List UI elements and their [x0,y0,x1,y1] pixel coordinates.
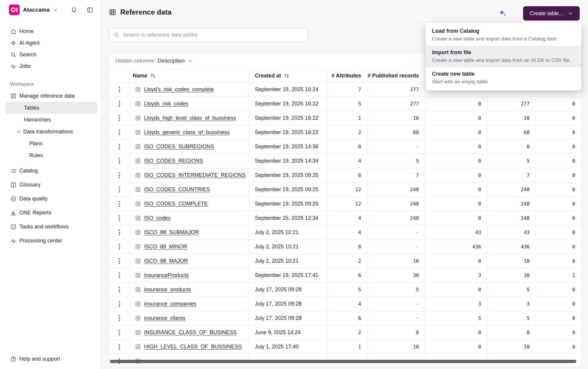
cell-hidden-2: 5 [487,311,536,325]
menu-item-load-from-catalog[interactable]: Load from Catalog Create a new table and… [425,24,581,46]
cell-hidden-1: 0 [425,211,487,225]
sidebar-item-jobs[interactable]: Jobs [0,60,101,72]
header-cell-name[interactable]: Name [130,69,249,82]
cell-published-records: - [367,140,425,154]
create-table-button[interactable]: Create table... [523,6,580,21]
chevron-down-icon[interactable] [188,58,193,63]
table-name-link[interactable]: Lloyds_risk_codes [144,101,188,107]
kebab-icon [117,270,122,280]
table-name-link[interactable]: insurance_companies [144,301,196,307]
sidebar-item-help-and-support[interactable]: Help and support [0,353,101,365]
sidebar-item-label: Hierarchies [24,117,51,123]
menu-item-create-new-table[interactable]: Create new table Start with an empty tab… [425,67,581,89]
table-name-link[interactable]: InsuranceProducts [144,272,189,278]
sidebar-item-rules[interactable]: Rules [0,150,101,161]
cell-hidden-2: 0 [487,140,536,154]
row-menu-button[interactable] [109,140,130,154]
cell-attributes: 6 [327,168,367,182]
bell-icon[interactable] [71,7,77,13]
table-name-link[interactable]: insurance_products [144,287,191,293]
column-header-label: Created at [255,73,281,79]
table-name-link[interactable]: ISCO_88_SUBMAJOR [144,229,199,236]
cell-name: insurance_companies [130,297,249,311]
sidebar-item-data-transformations[interactable]: Data transformations [0,126,101,138]
cell-created-at: September 19, 2025 14:34 [249,154,327,168]
sidebar-item-catalog[interactable]: Catalog [0,164,101,178]
sidebar-item-label: Plans [29,141,43,147]
sidebar-item-tables[interactable]: Tables [5,102,97,114]
row-menu-button[interactable] [109,97,130,111]
menu-item-import-from-file[interactable]: Import from file Create a new table and … [425,46,581,67]
row-menu-button[interactable] [109,225,130,239]
row-menu-button[interactable] [109,326,130,340]
horizontal-scrollbar[interactable] [110,360,576,363]
sidebar-item-data-quality[interactable]: Data quality [0,192,101,206]
table-name-link[interactable]: Lloyd's_risk_codes_complete [144,86,214,93]
sidebar-item-home[interactable]: Home [0,26,101,37]
cell-hidden-3: 0 [536,240,581,254]
row-menu-button[interactable] [109,311,130,325]
cell-name: INSURANCE_CLASS_OF_BUSINESS [130,326,249,340]
table-name-link[interactable]: ISO_CODES_COMPLETE [144,201,208,207]
sidebar-item-manage-reference-data[interactable]: Manage reference data [0,90,101,102]
table-name-link[interactable]: ISO_CODES_REGIONS [144,158,203,164]
row-menu-button[interactable] [109,283,130,297]
table-name-link[interactable]: Lloyds_generic_class_of_bussiness [144,129,230,136]
row-menu-button[interactable] [109,297,130,311]
row-menu-button[interactable] [109,240,130,254]
cell-attributes: 1 [327,111,367,125]
header-cell-created-at[interactable]: Created at [249,69,327,82]
table-name-link[interactable]: ISO_CODES_SUBREGIONS [144,144,214,150]
sidebar-item-plans[interactable]: Plans [0,138,101,150]
cell-published-records: 277 [367,97,425,111]
row-menu-button[interactable] [109,340,130,354]
search-input[interactable] [122,32,304,38]
table-name-link[interactable]: HIGH_LEVEL_CLASS_OF_BUSSINESS [144,344,242,350]
row-menu-button[interactable] [109,183,130,197]
table-name-link[interactable]: INSURANCE_CLASS_OF_BUSINESS [144,329,237,336]
cell-created-at: September 19, 2025 17:41 [249,268,327,282]
ai-sparkle-icon[interactable] [498,9,506,17]
table-name-link[interactable]: ISO_codes [144,215,171,221]
sidebar-item-hierarchies[interactable]: Hierarchies [0,114,101,126]
sparkle-icon [10,40,17,46]
row-menu-button[interactable] [109,211,130,225]
cell-name: ISO_CODES_INTERMEDIATE_REGIONS [130,168,249,182]
table-icon [135,172,141,178]
sidebar-item-glossary[interactable]: Glossary [0,178,101,192]
sidebar-item-one-reports[interactable]: ONE Reports [0,206,101,220]
chevron-down-icon[interactable] [53,7,58,13]
row-menu-button[interactable] [109,154,130,168]
row-menu-button[interactable] [109,82,130,96]
row-menu-button[interactable] [109,254,130,268]
sidebar-item-processing-center[interactable]: Processing center [0,234,101,248]
table-name-link[interactable]: ISCO_88_MAJOR [144,258,188,264]
sidebar-item-tasks-and-workflows[interactable]: Tasks and workflows [0,220,101,234]
table-name-link[interactable]: insurance_clients [144,315,185,321]
header-cell-published-records[interactable]: # Published records [367,69,425,82]
main-content: Reference data Create table... Hidden co… [101,0,588,369]
header-cell-attributes[interactable]: # Attributes [327,69,367,82]
row-menu-button[interactable] [109,197,130,211]
sort-icon[interactable] [150,73,156,79]
sidebar-item-search[interactable]: Search [0,49,101,60]
table-icon [135,329,141,336]
chevron-down-icon[interactable] [16,129,21,134]
sidebar-item-label: Home [19,28,34,35]
panel-toggle-icon[interactable] [87,7,93,13]
cell-created-at: July 2, 2025 10:21 [249,225,327,239]
hidden-columns-value[interactable]: Description [158,58,185,64]
table-icon [135,86,141,93]
row-menu-button[interactable] [109,268,130,282]
sidebar-item-ai-agent[interactable]: AI Agent [0,37,101,49]
table-name-link[interactable]: ISO_CODES_INTERMEDIATE_REGIONS [144,172,246,178]
row-menu-button[interactable] [109,125,130,139]
table-name-link[interactable]: ISO_CODES_COUNTRIES [144,186,210,193]
table-name-link[interactable]: Lloyds_high_level_class_of_bussiness [144,115,236,121]
table-name-link[interactable]: ISCO_88_MINOR [144,244,187,250]
cell-attributes: 4 [327,225,367,239]
row-menu-button[interactable] [109,168,130,182]
table-icon [135,201,141,207]
row-menu-button[interactable] [109,111,130,125]
sort-icon[interactable] [284,73,289,79]
